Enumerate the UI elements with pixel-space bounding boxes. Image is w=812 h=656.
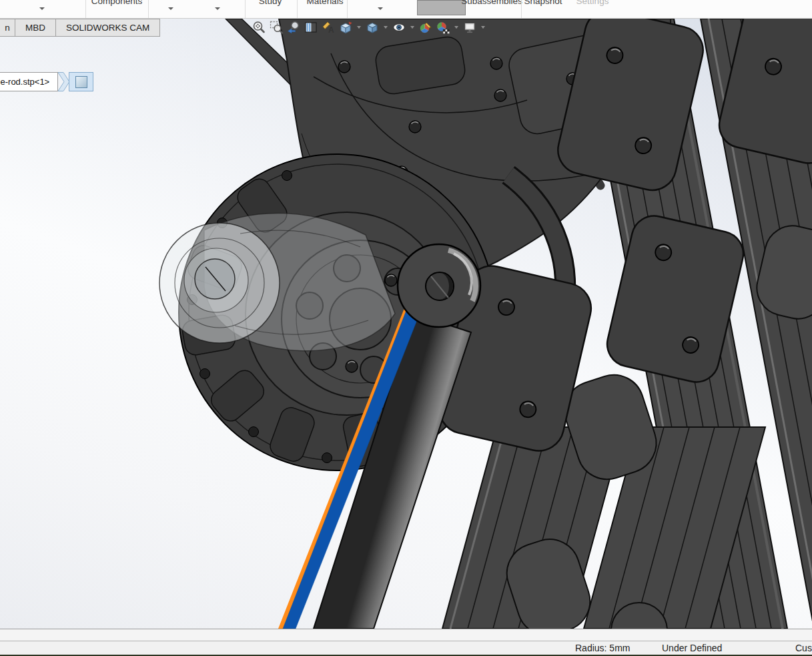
ribbon-button-study[interactable]: Study bbox=[259, 0, 282, 6]
model-assembly[interactable] bbox=[0, 19, 812, 629]
apply-scene-icon[interactable] bbox=[436, 20, 450, 35]
zoom-to-fit-icon[interactable] bbox=[252, 20, 266, 35]
annotations-icon[interactable]: A bbox=[321, 20, 336, 35]
svg-text:A: A bbox=[328, 25, 334, 35]
dropdown-caret-icon[interactable] bbox=[454, 26, 458, 29]
tab-mbd[interactable]: MBD bbox=[15, 19, 56, 37]
dropdown-caret-icon[interactable] bbox=[384, 26, 388, 29]
ribbon-button-materials[interactable]: Materials bbox=[307, 0, 344, 6]
command-manager-ribbon: Components Study Materials Subassemblies… bbox=[0, 0, 812, 19]
ribbon-button-snapshot[interactable]: Snapshot bbox=[524, 0, 562, 6]
view-settings-icon[interactable] bbox=[462, 20, 477, 35]
dropdown-caret-icon[interactable] bbox=[410, 26, 414, 29]
previous-view-icon[interactable] bbox=[286, 20, 301, 35]
zoom-to-area-icon[interactable] bbox=[269, 20, 284, 35]
command-manager-tabbar: n MBD SOLIDWORKS CAM bbox=[0, 19, 160, 37]
heads-up-view-toolbar: A bbox=[252, 20, 486, 35]
hide-show-items-icon[interactable] bbox=[392, 20, 406, 35]
model-ghost-component[interactable] bbox=[159, 213, 395, 350]
bottom-strip bbox=[0, 629, 812, 641]
view-orientation-icon[interactable] bbox=[338, 20, 353, 35]
ribbon-separator bbox=[347, 0, 348, 18]
status-measurement: Radius: 5mm bbox=[575, 643, 630, 653]
part-thumbnail-icon bbox=[75, 76, 87, 88]
breadcrumb-part-label[interactable]: tie-rod.stp<1> bbox=[0, 72, 58, 91]
ribbon-separator bbox=[297, 0, 298, 18]
ribbon-button-subassemblies[interactable]: Subassemblies bbox=[461, 0, 522, 6]
ribbon-separator bbox=[85, 0, 86, 18]
ribbon-button-components[interactable]: Components bbox=[91, 0, 143, 6]
solidworks-window: Components Study Materials Subassemblies… bbox=[0, 0, 812, 656]
dropdown-caret-icon[interactable] bbox=[378, 7, 383, 10]
model-pivot-hub[interactable] bbox=[398, 244, 480, 327]
viewport-3d[interactable] bbox=[0, 19, 812, 629]
ribbon-active-button[interactable] bbox=[417, 0, 466, 15]
ribbon-separator bbox=[521, 0, 522, 18]
breadcrumb: tie-rod.stp<1> bbox=[0, 72, 93, 91]
tab-solidworks-cam[interactable]: SOLIDWORKS CAM bbox=[55, 19, 160, 37]
status-right-label: Cus bbox=[795, 643, 812, 653]
ribbon-button-settings: Settings bbox=[576, 0, 609, 6]
dropdown-caret-icon[interactable] bbox=[168, 7, 173, 10]
breadcrumb-part-button[interactable] bbox=[69, 72, 93, 91]
edit-appearance-icon[interactable] bbox=[418, 20, 433, 35]
status-constraint-state: Under Defined bbox=[662, 643, 722, 653]
section-view-icon[interactable] bbox=[304, 20, 318, 35]
dropdown-caret-icon[interactable] bbox=[481, 26, 485, 29]
ribbon-separator bbox=[245, 0, 246, 18]
dropdown-caret-icon[interactable] bbox=[39, 7, 45, 10]
tab-partial[interactable]: n bbox=[0, 19, 15, 37]
display-style-icon[interactable] bbox=[365, 20, 380, 35]
status-bar: Radius: 5mm Under Defined Cus bbox=[0, 641, 812, 655]
dropdown-caret-icon[interactable] bbox=[215, 7, 220, 10]
dropdown-caret-icon[interactable] bbox=[357, 26, 361, 29]
ribbon-separator bbox=[148, 0, 149, 18]
